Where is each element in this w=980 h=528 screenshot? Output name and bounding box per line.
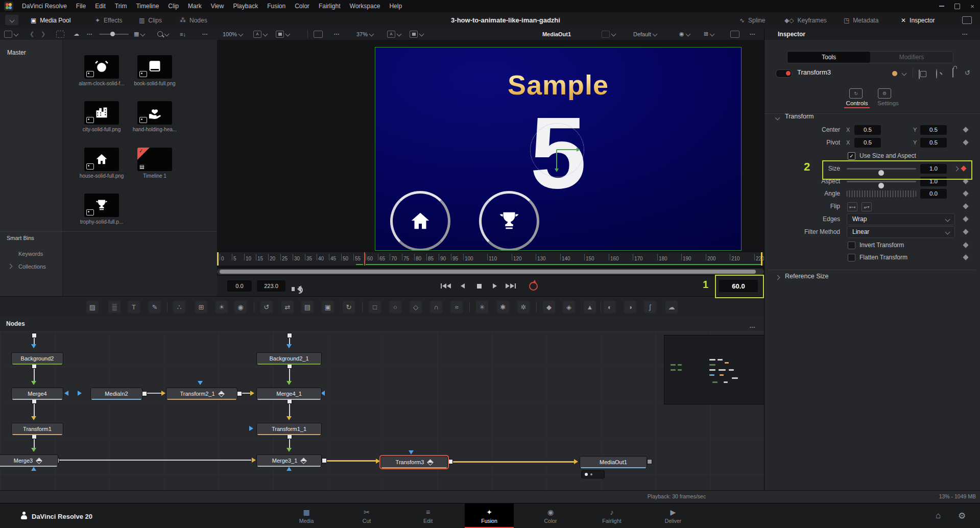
tool-transform[interactable]: ↺ [260,301,273,313]
node-input-arrow-icon[interactable] [286,381,292,385]
grid-view-button[interactable]: ▦ [134,28,145,40]
center-keyframe-icon[interactable] [963,127,968,132]
loop-button[interactable] [528,281,539,291]
invert-keyframe-icon[interactable] [963,242,968,248]
node-merge3[interactable]: Merge3 [0,454,58,467]
pivot-x-field[interactable]: 0.5 [854,138,881,148]
tool-particles[interactable]: ∴ [173,301,185,313]
go-to-start-button[interactable] [440,281,451,291]
thumb-size-slider[interactable] [99,28,129,40]
timeline-ruler[interactable]: 0510152025303540455055606570758085909510… [217,252,764,266]
menu-workspace[interactable]: Workspace [345,3,385,10]
node-transform3[interactable]: Transform3 [380,456,448,468]
media-clip-thumbnail[interactable] [137,101,172,125]
maximize-button[interactable] [949,1,965,12]
reset-icon[interactable]: ↺ [965,69,970,77]
tab-spline[interactable]: ∿Spline [739,12,765,28]
menu-fairlight[interactable]: Fairlight [314,3,345,10]
range-end-field[interactable]: 223.0 [257,280,285,292]
controls-tab-icon[interactable]: ↻ [849,88,863,99]
bin-master[interactable]: Master [7,49,26,56]
tool-particle-emitter[interactable]: ✳ [476,301,488,313]
center-x-field[interactable]: 0.5 [854,125,881,135]
tab-keyframes[interactable]: ◆◇Keyframes [784,12,827,28]
node-mediain2[interactable]: MediaIn2 [90,388,142,400]
strip-more-2-icon[interactable] [334,28,340,40]
tool-ellipse-mask[interactable]: ○ [389,301,401,313]
tool-color-corrector[interactable]: ☀ [216,301,228,313]
subtab-controls[interactable]: Controls [842,100,872,106]
node-output-connector[interactable] [647,459,652,464]
forward-button[interactable]: ❯ [41,28,45,40]
pivot-y-field[interactable]: 0.5 [920,138,947,148]
settings-gear-icon[interactable]: ⚙ [958,511,966,521]
play-button[interactable] [489,281,500,291]
audio-mute-icon[interactable] [292,287,295,291]
search-button[interactable] [157,28,169,40]
tool-renderer3d[interactable]: ◑ [624,301,636,313]
panel-layout-icon[interactable] [962,16,972,24]
tool-text[interactable]: T [128,301,140,313]
node-input-arrow-icon[interactable] [286,448,292,452]
smart-bin-collections[interactable]: Collections [18,263,46,270]
tool-particle-merge[interactable]: ✱ [497,301,509,313]
inspector-more-icon[interactable] [962,28,968,40]
node-input-arrow-icon[interactable] [161,391,165,396]
menu-clip[interactable]: Clip [163,3,183,10]
viewer-overlay-button[interactable] [602,28,615,40]
cloud-icon[interactable]: ☁ [74,28,79,40]
tool-shape3d[interactable]: ◆ [543,301,555,313]
tool-fastnoise[interactable]: ▒ [108,301,121,313]
tool-particle-render[interactable]: ✲ [517,301,530,313]
sort-button[interactable]: ≡↓ [180,28,186,40]
node-input-arrow-icon[interactable] [31,381,36,385]
menu-file[interactable]: File [71,3,90,10]
node-output-connector[interactable] [448,459,453,464]
menu-playback[interactable]: Playback [228,3,262,10]
flip-keyframe-icon[interactable] [963,203,968,209]
page-media[interactable]: ▦Media [282,503,331,528]
use-size-aspect-checkbox[interactable]: ✓ [848,152,855,160]
tool-layer[interactable]: ▤ [301,301,314,313]
edges-keyframe-icon[interactable] [963,216,968,222]
lut-select[interactable]: Default [633,28,657,40]
tool-paint[interactable]: ✎ [149,301,161,313]
node-transform1_1[interactable]: Transform1_1 [256,423,322,435]
left-viewer-ab-button[interactable]: A [253,28,267,40]
smart-bin-keywords[interactable]: Keywords [18,251,43,257]
node-output-connector[interactable] [142,391,147,396]
node-color-dot[interactable] [892,71,897,76]
right-viewer-zoom[interactable]: 37% [356,28,373,40]
node-input-arrow-icon[interactable] [198,381,203,385]
node-input-arrow-icon[interactable] [250,391,254,396]
color-wheel-icon[interactable]: ◉ [679,28,690,40]
media-clip-thumbnail[interactable] [137,55,172,79]
flatten-keyframe-icon[interactable] [963,254,968,260]
close-button[interactable]: × [965,1,980,12]
range-start-field[interactable]: 0.0 [227,280,252,292]
settings-tab-icon[interactable]: ⚙ [878,88,891,99]
node-merge3_1[interactable]: Merge3_1 [256,454,322,467]
expand-viewer-button[interactable] [730,28,739,40]
node-input-arrow-icon[interactable] [376,459,380,464]
flip-vertical-button[interactable]: ▴▪▾ [862,202,872,211]
page-fairlight[interactable]: ♪Fairlight [587,503,636,528]
viewer-more-icon[interactable] [750,28,755,40]
node-input-arrow-icon[interactable] [31,467,36,471]
menu-fusion[interactable]: Fusion [262,3,290,10]
pin-icon[interactable] [936,69,937,79]
bin-panel-toggle[interactable] [4,28,18,40]
node-input-arrow-icon[interactable] [252,458,256,463]
filter-method-dropdown[interactable]: Linear [847,226,955,238]
menu-color[interactable]: Color [290,3,314,10]
aspect-slider[interactable] [847,181,916,182]
node-input-arrow-icon[interactable] [574,459,578,464]
relink-icon[interactable] [56,28,64,40]
page-edit[interactable]: ≡Edit [403,503,452,528]
node-output-connector[interactable] [237,391,242,396]
tool-camera3d[interactable]: ◐ [604,301,616,313]
strip-more-1-icon[interactable] [202,28,208,40]
right-viewer-mode-button[interactable] [410,28,423,40]
grid-overlay-icon[interactable]: ⊞ [704,28,714,40]
media-pool-more-icon[interactable] [87,28,92,40]
